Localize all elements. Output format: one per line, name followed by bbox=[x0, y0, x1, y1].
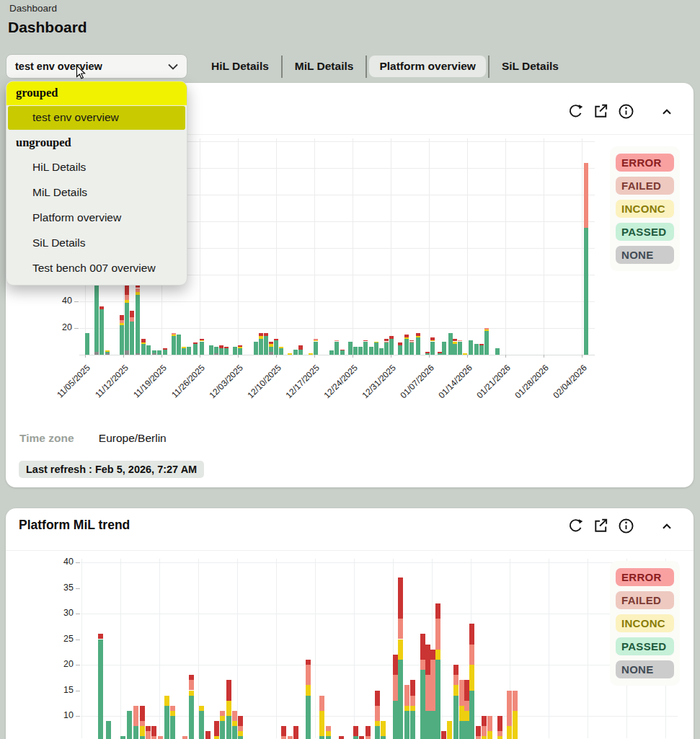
bar-segment-error[interactable] bbox=[469, 624, 474, 644]
bar-segment-error[interactable] bbox=[430, 650, 435, 660]
bar-segment-passed[interactable] bbox=[133, 726, 138, 739]
bar-segment-inconc[interactable] bbox=[463, 353, 467, 355]
bar-segment-inconc[interactable] bbox=[513, 711, 518, 739]
bar-segment-inconc[interactable] bbox=[170, 711, 175, 716]
bar-segment-passed[interactable] bbox=[298, 350, 303, 355]
bar-segment-inconc[interactable] bbox=[447, 721, 452, 739]
tab-mil-details[interactable]: MiL Details bbox=[285, 56, 364, 77]
bar-segment-passed[interactable] bbox=[326, 736, 331, 739]
bar-segment-inconc[interactable] bbox=[288, 353, 292, 355]
bar-segment-failed[interactable] bbox=[220, 711, 225, 716]
bar-segment-failed[interactable] bbox=[482, 726, 487, 736]
bar-segment-passed[interactable] bbox=[163, 350, 167, 355]
bar-segment-inconc[interactable] bbox=[487, 731, 492, 739]
bar-segment-passed[interactable] bbox=[469, 691, 474, 739]
bar-segment-inconc[interactable] bbox=[309, 353, 313, 355]
bar-segment-error[interactable] bbox=[120, 315, 124, 320]
bar-segment-error[interactable] bbox=[140, 706, 145, 721]
bar-segment-passed[interactable] bbox=[430, 342, 435, 355]
legend-none[interactable]: NONE bbox=[616, 660, 674, 678]
bar-segment-inconc[interactable] bbox=[459, 706, 464, 721]
bar-segment-failed[interactable] bbox=[158, 736, 163, 739]
bar-segment-passed[interactable] bbox=[348, 342, 353, 355]
bar-segment-error[interactable] bbox=[425, 352, 430, 353]
bar-segment-error[interactable] bbox=[99, 306, 104, 309]
bar-segment-error[interactable] bbox=[141, 339, 146, 343]
bar-segment-passed[interactable] bbox=[269, 347, 273, 352]
bar-segment-inconc[interactable] bbox=[314, 340, 318, 342]
bar-segment-error[interactable] bbox=[393, 655, 398, 675]
bar-segment-error[interactable] bbox=[420, 634, 425, 660]
bar-segment-passed[interactable] bbox=[232, 726, 237, 739]
bar-segment-error[interactable] bbox=[293, 726, 298, 739]
bar-segment-inconc[interactable] bbox=[435, 650, 440, 660]
bar-segment-passed[interactable] bbox=[584, 228, 588, 355]
bar-segment-passed[interactable] bbox=[99, 309, 104, 355]
bar-segment-passed[interactable] bbox=[146, 345, 151, 355]
bar-segment-failed[interactable] bbox=[281, 736, 286, 739]
refresh-icon[interactable] bbox=[566, 516, 585, 536]
bar-segment-error[interactable] bbox=[205, 731, 211, 739]
bar-segment-none[interactable] bbox=[105, 353, 110, 355]
collapse-icon[interactable] bbox=[657, 102, 676, 121]
bar-segment-error[interactable] bbox=[130, 311, 134, 317]
bar-segment-failed[interactable] bbox=[497, 731, 502, 736]
open-in-new-icon[interactable] bbox=[591, 516, 611, 536]
bar-segment-error[interactable] bbox=[264, 333, 268, 336]
bar-segment-error[interactable] bbox=[453, 665, 458, 675]
bar-segment-passed[interactable] bbox=[214, 347, 218, 353]
bar-segment-passed[interactable] bbox=[435, 660, 440, 739]
bar-segment-passed[interactable] bbox=[369, 347, 373, 355]
bar-segment-passed[interactable] bbox=[379, 348, 384, 355]
bar-segment-error[interactable] bbox=[430, 337, 435, 340]
bar-segment-inconc[interactable] bbox=[199, 706, 204, 711]
bar-segment-inconc[interactable] bbox=[214, 736, 219, 739]
bar-segment-failed[interactable] bbox=[469, 645, 474, 665]
bar-segment-passed[interactable] bbox=[319, 736, 324, 739]
bar-segment-passed[interactable] bbox=[209, 345, 213, 355]
bar-segment-passed[interactable] bbox=[425, 711, 430, 739]
bar-segment-failed[interactable] bbox=[170, 706, 175, 711]
bar-segment-failed[interactable] bbox=[476, 736, 481, 739]
bar-segment-inconc[interactable] bbox=[464, 711, 469, 721]
bar-segment-inconc[interactable] bbox=[430, 340, 435, 342]
bar-segment-error[interactable] bbox=[200, 339, 204, 340]
bar-segment-passed[interactable] bbox=[187, 347, 191, 355]
bar-segment-passed[interactable] bbox=[329, 350, 334, 355]
bar-segment-passed[interactable] bbox=[459, 721, 464, 739]
bar-segment-inconc[interactable] bbox=[410, 706, 415, 711]
bar-segment-error[interactable] bbox=[479, 344, 484, 345]
bar-segment-error[interactable] bbox=[339, 736, 344, 739]
bar-segment-passed[interactable] bbox=[170, 716, 175, 739]
bar-segment-failed[interactable] bbox=[136, 288, 140, 293]
bar-segment-inconc[interactable] bbox=[238, 347, 242, 348]
bar-segment-error[interactable] bbox=[409, 340, 414, 342]
bar-segment-passed[interactable] bbox=[120, 736, 125, 739]
bar-segment-inconc[interactable] bbox=[140, 726, 145, 736]
bar-segment-passed[interactable] bbox=[398, 660, 403, 739]
bar-segment-inconc[interactable] bbox=[398, 640, 403, 660]
bar-segment-inconc[interactable] bbox=[232, 721, 237, 726]
bar-segment-failed[interactable] bbox=[182, 736, 187, 739]
bar-segment-failed[interactable] bbox=[513, 691, 518, 711]
bar-segment-failed[interactable] bbox=[120, 320, 124, 323]
bar-segment-inconc[interactable] bbox=[141, 342, 146, 344]
bar-segment-error[interactable] bbox=[425, 645, 430, 676]
bar-segment-inconc[interactable] bbox=[497, 736, 502, 739]
bar-segment-error[interactable] bbox=[306, 660, 311, 665]
bar-segment-failed[interactable] bbox=[398, 619, 403, 639]
bar-segment-failed[interactable] bbox=[584, 163, 588, 229]
bar-segment-inconc[interactable] bbox=[105, 350, 110, 352]
bar-segment-error[interactable] bbox=[238, 345, 242, 347]
dropdown-option-hil-details[interactable]: HiL Details bbox=[6, 155, 187, 180]
bar-segment-passed[interactable] bbox=[106, 721, 111, 739]
bar-segment-error[interactable] bbox=[219, 345, 223, 348]
bar-segment-passed[interactable] bbox=[420, 670, 425, 739]
bar-segment-failed[interactable] bbox=[464, 701, 469, 711]
bar-segment-error[interactable] bbox=[365, 726, 371, 736]
bar-segment-passed[interactable] bbox=[404, 711, 409, 739]
bar-segment-error[interactable] bbox=[281, 726, 286, 736]
bar-segment-error[interactable] bbox=[98, 634, 103, 639]
bar-segment-failed[interactable] bbox=[151, 736, 156, 739]
bar-segment-passed[interactable] bbox=[238, 348, 242, 355]
